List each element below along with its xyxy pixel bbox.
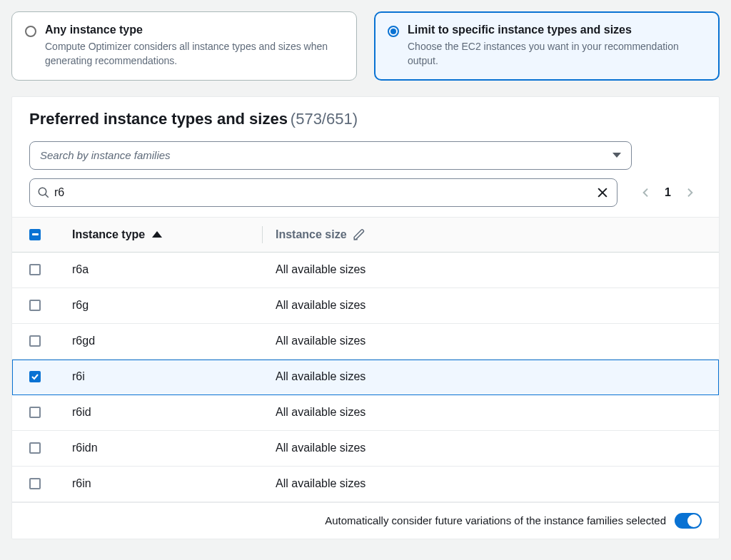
edit-icon[interactable] <box>353 228 366 241</box>
col-instance-type[interactable]: Instance type <box>72 228 145 241</box>
page-number: 1 <box>665 186 671 199</box>
option-limit-desc: Choose the EC2 instances you want in you… <box>408 39 706 68</box>
radio-limit[interactable] <box>388 26 399 37</box>
pagination: 1 <box>640 185 695 200</box>
instance-type-cell: r6a <box>72 263 89 276</box>
dropdown-placeholder: Search by instance families <box>40 149 171 161</box>
option-any-desc: Compute Optimizer considers all instance… <box>45 39 343 68</box>
table-row[interactable]: r6iAll available sizes <box>12 360 719 395</box>
table-row[interactable]: r6idnAll available sizes <box>12 431 719 467</box>
page-prev[interactable] <box>640 185 652 200</box>
chevron-down-icon <box>612 153 621 158</box>
instance-size-cell: All available sizes <box>276 263 366 276</box>
auto-future-label: Automatically consider future variations… <box>325 514 666 526</box>
column-divider <box>262 226 263 243</box>
instance-table: Instance type Instance size r6aAll avail… <box>12 217 719 502</box>
panel-title: Preferred instance types and sizes <box>29 110 288 128</box>
row-checkbox[interactable] <box>29 300 41 311</box>
search-box[interactable] <box>29 178 617 207</box>
panel-count: (573/651) <box>291 110 358 128</box>
instance-size-cell: All available sizes <box>276 442 366 454</box>
clear-search-button[interactable] <box>595 185 610 200</box>
table-header: Instance type Instance size <box>12 217 719 253</box>
search-input[interactable] <box>50 186 595 199</box>
table-row[interactable]: r6aAll available sizes <box>12 253 719 288</box>
select-all-checkbox[interactable] <box>29 229 41 240</box>
panel-footer: Automatically consider future variations… <box>12 502 719 539</box>
option-any-instance[interactable]: Any instance type Compute Optimizer cons… <box>11 11 357 81</box>
instance-type-cell: r6id <box>72 406 91 419</box>
option-limit-title: Limit to specific instance types and siz… <box>408 24 706 36</box>
radio-any[interactable] <box>25 26 36 37</box>
table-row[interactable]: r6gdAll available sizes <box>12 324 719 360</box>
preferred-instances-panel: Preferred instance types and sizes (573/… <box>11 96 720 539</box>
instance-type-cell: r6gd <box>72 335 95 347</box>
row-checkbox[interactable] <box>29 478 41 489</box>
option-limit-instance[interactable]: Limit to specific instance types and siz… <box>374 11 720 81</box>
page-next[interactable] <box>684 185 695 200</box>
instance-type-cell: r6idn <box>72 442 98 454</box>
instance-size-cell: All available sizes <box>276 299 366 312</box>
option-any-title: Any instance type <box>45 24 343 36</box>
instance-type-cell: r6i <box>72 370 85 383</box>
instance-type-cell: r6g <box>72 299 89 312</box>
instance-size-cell: All available sizes <box>276 477 366 490</box>
row-checkbox[interactable] <box>29 407 41 418</box>
instance-families-dropdown[interactable]: Search by instance families <box>29 141 632 170</box>
table-row[interactable]: r6idAll available sizes <box>12 395 719 431</box>
table-row[interactable]: r6gAll available sizes <box>12 288 719 324</box>
instance-size-cell: All available sizes <box>276 335 366 347</box>
row-checkbox[interactable] <box>29 371 41 382</box>
search-icon <box>37 186 50 199</box>
instance-type-cell: r6in <box>72 477 91 490</box>
row-checkbox[interactable] <box>29 264 41 275</box>
row-checkbox[interactable] <box>29 335 41 347</box>
instance-size-cell: All available sizes <box>276 406 366 419</box>
col-instance-size[interactable]: Instance size <box>276 228 347 241</box>
auto-future-toggle[interactable] <box>675 513 702 529</box>
sort-asc-icon <box>152 231 162 238</box>
table-row[interactable]: r6inAll available sizes <box>12 467 719 502</box>
svg-point-0 <box>39 188 46 195</box>
row-checkbox[interactable] <box>29 442 41 454</box>
instance-size-cell: All available sizes <box>276 370 366 383</box>
svg-line-1 <box>45 194 49 198</box>
